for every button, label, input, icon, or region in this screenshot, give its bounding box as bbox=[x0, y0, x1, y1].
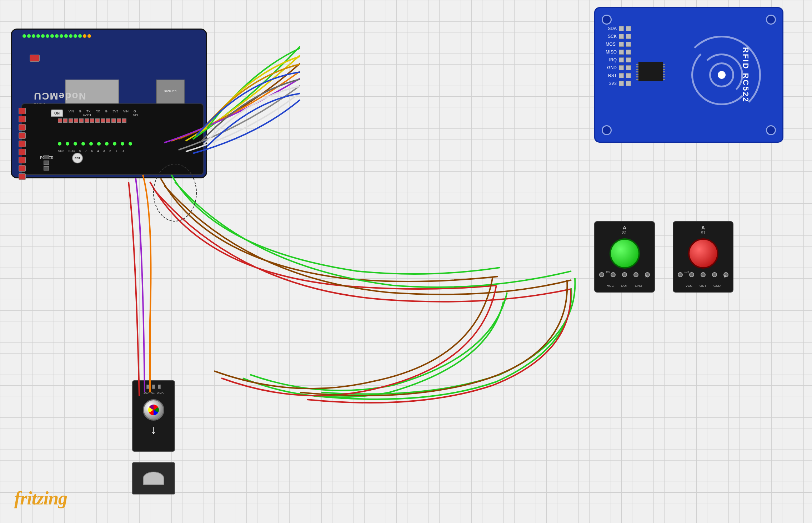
power-pins bbox=[44, 155, 49, 171]
connector-block bbox=[19, 141, 26, 147]
gnd-label-red: GND bbox=[713, 284, 721, 288]
pin-dot bbox=[105, 142, 109, 146]
power-pin bbox=[44, 155, 49, 159]
resistor-label: R bbox=[646, 275, 648, 278]
rgb-top-pins bbox=[146, 385, 161, 389]
wire-blue-3v3 bbox=[193, 100, 300, 153]
rfid-pin-block bbox=[619, 50, 624, 55]
wire-green-loop-2 bbox=[243, 301, 503, 397]
rgb-pin-top bbox=[158, 385, 161, 389]
rfid-pin-block bbox=[619, 26, 624, 31]
wire-brown-loop-2 bbox=[300, 280, 567, 396]
power-pin bbox=[44, 166, 49, 171]
rgb-led-component: +5V Din GND ↓ bbox=[132, 380, 175, 452]
rfid-pin-label: MISO bbox=[602, 50, 617, 55]
on-button[interactable]: ON bbox=[51, 110, 63, 117]
rgb-pin-top bbox=[146, 385, 149, 389]
wire-3v3-rfid bbox=[207, 93, 300, 146]
shield-pin bbox=[74, 118, 78, 123]
rfid-pin-block bbox=[626, 65, 631, 70]
wire-purple-rgb-din bbox=[136, 178, 145, 392]
pin-dot bbox=[83, 34, 86, 38]
pin-dot bbox=[60, 34, 63, 38]
rgb-top-labels: +5V Din GND bbox=[144, 392, 164, 395]
wire-sda-2 bbox=[207, 48, 300, 128]
wire-green-btn-vcc bbox=[171, 175, 500, 274]
pir-dome bbox=[143, 472, 164, 485]
rfid-pin-irq: IRQ bbox=[602, 57, 631, 62]
rfid-pin-block bbox=[619, 34, 624, 39]
rfid-pin-miso: MISO bbox=[602, 50, 631, 55]
pir-sensor bbox=[132, 462, 175, 494]
shield-pin bbox=[58, 118, 62, 123]
shield-pin bbox=[85, 118, 89, 123]
shield-bottom-labels: SD2SD38764321D bbox=[58, 149, 124, 153]
shield-pin bbox=[117, 118, 121, 123]
rfid-ic-chip bbox=[638, 62, 663, 81]
wire-sck-2 bbox=[204, 56, 300, 130]
rfid-pin-block bbox=[619, 73, 624, 78]
shield-pin-labels: VINGTXRXG3V3VING bbox=[69, 110, 136, 113]
pin-dot bbox=[74, 34, 77, 38]
rfid-pin-block bbox=[619, 65, 624, 70]
rfid-mounting-hole bbox=[766, 15, 776, 25]
shield-board: ON VINGTXRXG3V3VING UART SPI SD2SD387643… bbox=[21, 103, 204, 175]
connector-block bbox=[19, 116, 26, 122]
wire-green-loop-4 bbox=[314, 288, 571, 399]
rst-button[interactable] bbox=[30, 55, 40, 62]
shield-uart-label: UART bbox=[83, 113, 91, 117]
rfid-pin-label: 3V3 bbox=[602, 81, 617, 86]
wire-brown-loop-1 bbox=[214, 276, 493, 389]
pin-dot bbox=[22, 34, 26, 38]
rfid-pin-label: GND bbox=[602, 65, 617, 70]
rfid-pin-block bbox=[626, 34, 631, 39]
rfid-pin-label: SDA bbox=[602, 26, 617, 31]
shield-pin bbox=[79, 118, 84, 123]
pin-dot bbox=[89, 142, 93, 146]
rgb-led bbox=[143, 399, 164, 421]
rfid-pin-block bbox=[619, 42, 624, 47]
connector-block bbox=[19, 149, 26, 155]
pin-dot bbox=[97, 142, 101, 146]
rfid-pin-block bbox=[619, 57, 624, 62]
wire-green-sda bbox=[193, 46, 300, 139]
vcc-label-red: VCC bbox=[686, 284, 692, 288]
rfid-pin-label: RST bbox=[602, 73, 617, 78]
connector-block bbox=[19, 124, 26, 131]
rfid-pin-block bbox=[626, 50, 631, 55]
gnd-label: GND bbox=[635, 284, 642, 288]
wire-miso-2 bbox=[196, 72, 300, 136]
pin-dot bbox=[69, 34, 72, 38]
rfid-pin-mosi: MOSI bbox=[602, 42, 631, 47]
shield-rst-button[interactable]: RST bbox=[72, 153, 83, 163]
rfid-pin-block bbox=[626, 57, 631, 62]
out-label: OUT bbox=[621, 284, 628, 288]
shield-pin bbox=[63, 118, 67, 123]
green-button-module: A S1 R 103 VCC OUT GND bbox=[594, 221, 655, 293]
rgb-pin-top bbox=[152, 385, 155, 389]
pin-dot bbox=[66, 142, 69, 146]
fritzing-logo: fritzing bbox=[14, 488, 67, 509]
rgb-arrow: ↓ bbox=[151, 423, 157, 437]
red-btn-label-a: A bbox=[701, 225, 705, 230]
din-label: Din bbox=[151, 392, 155, 395]
connector-block bbox=[19, 173, 26, 180]
green-button[interactable] bbox=[610, 238, 640, 269]
wire-red-rgb-gnd bbox=[129, 182, 139, 396]
power-pin bbox=[44, 161, 49, 165]
shield-pin bbox=[90, 118, 94, 123]
vcc-label: VCC bbox=[607, 284, 614, 288]
red-button[interactable] bbox=[688, 238, 718, 269]
out-label-red: OUT bbox=[700, 284, 706, 288]
shield-pin bbox=[69, 118, 73, 123]
shield-pin bbox=[106, 118, 110, 123]
rfid-pin-label: SCK bbox=[602, 34, 617, 39]
resistor-label-red: R bbox=[724, 275, 727, 278]
pin-dot bbox=[46, 34, 49, 38]
shield-pin bbox=[95, 118, 100, 123]
rfid-pin-block bbox=[619, 81, 624, 86]
shield-green-pins bbox=[58, 142, 132, 146]
red-button-module: A S1 R 103 VCC OUT GND bbox=[673, 221, 733, 293]
rfid-pin-sda: SDA bbox=[602, 26, 631, 31]
connector-block bbox=[19, 108, 26, 114]
